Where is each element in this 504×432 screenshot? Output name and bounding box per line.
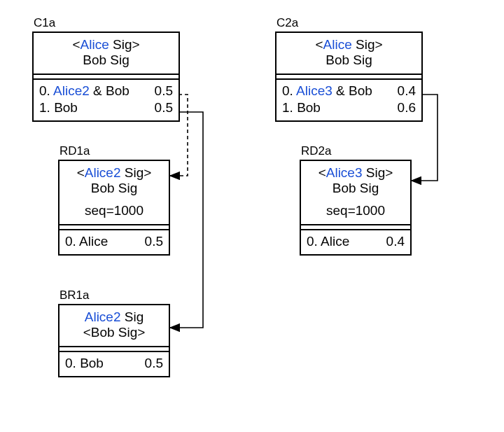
c1a-sig1: <Alice Sig> <box>36 37 176 53</box>
box-label-rd2a: RD2a <box>301 144 331 158</box>
rd2a-sig2: Bob Sig <box>304 181 407 196</box>
rd2a-seq: seq=1000 <box>304 203 407 218</box>
rd1a-out0: 0. Alice 0.5 <box>65 233 163 250</box>
rd1a-seq: seq=1000 <box>62 203 166 218</box>
rd1a-sig1: <Alice2 Sig> <box>62 165 166 181</box>
box-c1a: <Alice Sig> Bob Sig 0. Alice2 & Bob 0.5 … <box>32 32 180 122</box>
br1a-out0: 0. Bob 0.5 <box>65 355 163 372</box>
box-rd2a: <Alice3 Sig> Bob Sig seq=1000 0. Alice 0… <box>300 160 412 256</box>
rd1a-sig2: Bob Sig <box>62 181 166 196</box>
c1a-out1: 1. Bob 0.5 <box>39 99 173 116</box>
arrow-c1a-out1-to-br1a <box>170 112 203 328</box>
br1a-sig1: Alice2 Sig <box>62 309 166 325</box>
box-rd1a: <Alice2 Sig> Bob Sig seq=1000 0. Alice 0… <box>58 160 170 256</box>
c2a-out0: 0. Alice3 & Bob 0.4 <box>282 83 416 99</box>
box-c2a: <Alice Sig> Bob Sig 0. Alice3 & Bob 0.4 … <box>275 32 423 122</box>
c2a-out1: 1. Bob 0.6 <box>282 99 416 116</box>
box-br1a: Alice2 Sig <Bob Sig> 0. Bob 0.5 <box>58 304 170 377</box>
rd2a-sig1: <Alice3 Sig> <box>304 165 407 181</box>
box-label-br1a: BR1a <box>59 288 90 302</box>
c2a-sig1: <Alice Sig> <box>279 37 419 53</box>
c1a-out0: 0. Alice2 & Bob 0.5 <box>39 83 173 99</box>
rd2a-out0: 0. Alice 0.4 <box>307 233 405 250</box>
box-label-c1a: C1a <box>34 16 55 30</box>
box-label-c2a: C2a <box>276 16 298 30</box>
c1a-sig2: Bob Sig <box>36 53 176 68</box>
br1a-sig2: <Bob Sig> <box>62 325 166 340</box>
c2a-sig2: Bob Sig <box>279 53 419 68</box>
box-label-rd1a: RD1a <box>59 144 90 158</box>
